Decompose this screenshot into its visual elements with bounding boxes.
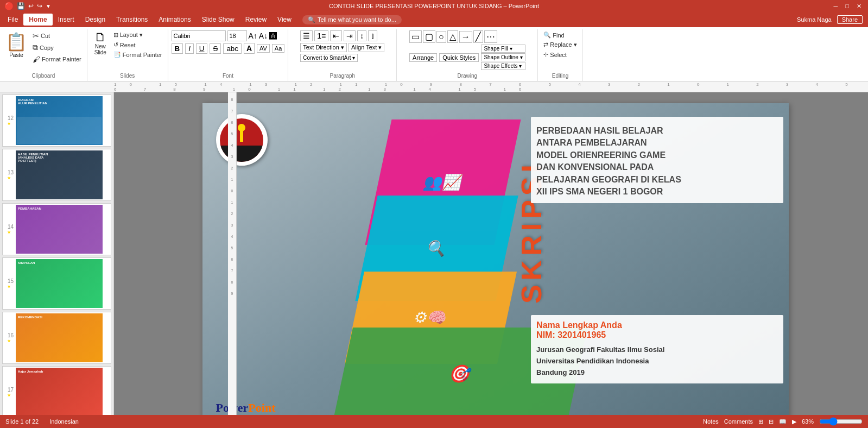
- slide-title: PERBEDAAN HASIL BELAJAR ANTARA PEMBELAJA…: [536, 125, 775, 198]
- shape-arrow-icon[interactable]: →: [459, 31, 472, 43]
- search-bar[interactable]: 🔍 Tell me what you want to do...: [302, 15, 402, 24]
- replace-button[interactable]: ⇄ Replace ▾: [541, 40, 579, 49]
- editing-label: Editing: [552, 73, 569, 80]
- font-name-input[interactable]: [172, 30, 226, 41]
- menu-review[interactable]: Review: [240, 14, 272, 26]
- text-direction-btn[interactable]: Text Direction ▾: [300, 43, 347, 52]
- slide-thumb-14[interactable]: 14 ★ PEMBAHASAN: [2, 203, 111, 255]
- format-painter-label: Format Painter: [42, 56, 81, 62]
- university-logo: [216, 114, 268, 166]
- language-indicator: Indonesian: [49, 418, 79, 425]
- maximize-btn[interactable]: □: [843, 3, 851, 9]
- title-bar-left: 🔴 💾 ↩ ↪ ▼: [4, 2, 51, 10]
- clipboard-label: Clipboard: [31, 73, 55, 80]
- numbering-btn[interactable]: 1≡: [314, 30, 328, 41]
- slide-thumb-16[interactable]: 16 ★ REKOMENDASI: [2, 312, 111, 364]
- slide-thumb-15[interactable]: 15 ★ SIMPULAN: [2, 257, 111, 310]
- bullets-btn[interactable]: ☰: [300, 30, 313, 41]
- close-btn[interactable]: ✕: [854, 3, 864, 10]
- find-button[interactable]: 🔍 Find: [541, 30, 579, 40]
- slide-star-12: ★: [7, 121, 11, 126]
- find-icon: 🔍: [543, 32, 551, 39]
- slide-thumb-img-12: DIAGRAMALUR PENELITIAN: [16, 96, 103, 145]
- menu-home[interactable]: Home: [23, 14, 52, 26]
- new-slide-button[interactable]: 🗋 NewSlide: [91, 30, 110, 56]
- line-spacing-btn[interactable]: ↕: [357, 30, 366, 41]
- shape-rect-icon[interactable]: ▭: [409, 30, 422, 43]
- shape-triangle-icon[interactable]: △: [447, 30, 458, 43]
- strikethrough-button[interactable]: S: [210, 43, 221, 54]
- increase-font-icon[interactable]: A↑: [249, 32, 257, 40]
- slide-canvas[interactable]: 👥📈 🔍 ⚙🧠 🎯: [202, 103, 789, 415]
- slide-star-17: ★: [7, 393, 11, 398]
- cut-button[interactable]: ✂ Cut: [30, 30, 84, 41]
- menu-view[interactable]: View: [272, 14, 297, 26]
- redo-icon[interactable]: ↪: [37, 2, 42, 10]
- font-size-input[interactable]: [227, 30, 247, 41]
- menu-animations[interactable]: Animations: [153, 14, 196, 26]
- menu-design[interactable]: Design: [80, 14, 111, 26]
- arrange-btn[interactable]: Arrange: [409, 53, 437, 62]
- customize-icon[interactable]: ▼: [46, 3, 51, 9]
- normal-view-btn[interactable]: ⊞: [758, 418, 763, 425]
- save-icon[interactable]: 💾: [17, 2, 25, 10]
- shape-oval-icon[interactable]: ○: [436, 31, 446, 43]
- slide-thumb-17[interactable]: 17 ★ Hajar Jemaahub: [2, 366, 111, 415]
- decrease-font-icon[interactable]: A↓: [259, 32, 268, 40]
- presentation-btn[interactable]: ▶: [792, 418, 796, 425]
- font-color-btn[interactable]: A: [244, 43, 255, 54]
- notes-btn[interactable]: Notes: [703, 418, 719, 425]
- shape-fill-btn[interactable]: Shape Fill ▾: [481, 45, 525, 53]
- ribbon: 📋 Paste ✂ Cut ⧉ Copy 🖌 Format Painter: [0, 27, 868, 81]
- share-btn[interactable]: Share: [837, 15, 863, 24]
- ribbon-group-font: A↑ A↓ 🅰 B I U S abc A AV Aa Font: [168, 29, 289, 81]
- format-painter-button[interactable]: 🖌 Format Painter: [30, 54, 84, 65]
- ribbon-group-editing: 🔍 Find ⇄ Replace ▾ ⊹ Select Editing: [538, 29, 582, 81]
- layout-button[interactable]: ⊞ Layout ▾: [111, 30, 164, 40]
- increase-indent-btn[interactable]: ⇥: [344, 30, 356, 41]
- align-text-btn[interactable]: Align Text ▾: [349, 43, 385, 52]
- quick-styles-btn[interactable]: Quick Styles: [439, 53, 479, 62]
- copy-button[interactable]: ⧉ Copy: [30, 42, 84, 53]
- shadow-button[interactable]: abc: [223, 43, 242, 54]
- undo-icon[interactable]: ↩: [28, 2, 34, 10]
- minimize-btn[interactable]: ─: [832, 3, 840, 9]
- replace-icon: ⇄: [543, 41, 548, 48]
- menu-transitions[interactable]: Transitions: [111, 14, 153, 26]
- shape-effects-btn[interactable]: Shape Effects ▾: [481, 62, 525, 70]
- select-icon: ⊹: [543, 51, 548, 58]
- section-button[interactable]: 📑 Format Painter: [111, 50, 164, 59]
- reset-button[interactable]: ↺ Reset: [111, 40, 164, 49]
- slide-sorter-btn[interactable]: ⊟: [769, 418, 774, 425]
- text-size-btn[interactable]: Aa: [272, 44, 284, 53]
- char-spacing-btn[interactable]: AV: [257, 44, 270, 53]
- shape-line-icon[interactable]: ╱: [473, 30, 483, 43]
- shape-outline-btn[interactable]: Shape Outline ▾: [481, 53, 525, 61]
- menu-slideshow[interactable]: Slide Show: [197, 14, 240, 26]
- slide-thumb-13[interactable]: 13 ★ HASIL PENELITIAN(ANALISIS DATAPOSTT…: [2, 149, 111, 201]
- slide-thumb-12[interactable]: 12 ★ DIAGRAMALUR PENELITIAN: [2, 95, 111, 147]
- right-content-area: PERBEDAAN HASIL BELAJAR ANTARA PEMBELAJA…: [531, 117, 783, 203]
- decrease-indent-btn[interactable]: ⇤: [330, 30, 342, 41]
- drawing-label: Drawing: [457, 73, 477, 80]
- menu-file[interactable]: File: [2, 14, 23, 26]
- window-title: CONTOH SLIDE PRESENTASI POWERPOINT UNTUK…: [329, 3, 539, 9]
- convert-smartart-btn[interactable]: Convert to SmartArt ▾: [300, 54, 358, 62]
- select-button[interactable]: ⊹ Select: [541, 50, 579, 59]
- reading-view-btn[interactable]: 📖: [779, 418, 787, 425]
- columns-btn[interactable]: ⫿: [368, 30, 377, 41]
- bold-button[interactable]: B: [172, 43, 183, 54]
- author-nim: NIM: 3201401965: [536, 330, 775, 340]
- slide-star-13: ★: [7, 175, 11, 180]
- shape-more-icon[interactable]: ⋯: [484, 30, 497, 43]
- menu-insert[interactable]: Insert: [53, 14, 80, 26]
- slide-star-16: ★: [7, 338, 11, 343]
- zoom-slider[interactable]: [819, 418, 863, 425]
- underline-button[interactable]: U: [196, 43, 208, 54]
- comments-btn[interactable]: Comments: [724, 418, 753, 425]
- new-slide-icon: 🗋: [94, 32, 106, 43]
- clear-format-icon[interactable]: 🅰: [269, 32, 277, 40]
- shape-round-rect-icon[interactable]: ▢: [423, 30, 435, 43]
- italic-button[interactable]: I: [185, 43, 194, 54]
- paste-button[interactable]: 📋 Paste: [3, 30, 29, 65]
